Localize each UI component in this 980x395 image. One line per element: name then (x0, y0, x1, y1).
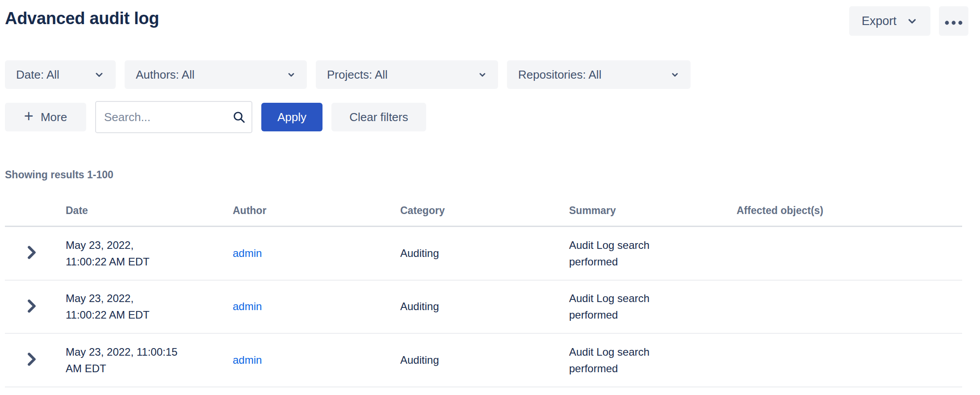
chevron-right-icon (27, 246, 37, 261)
filter-actions-row: + More Apply Clear filters (5, 101, 971, 133)
advanced-audit-log-page: Advanced audit log Export Date: All (0, 0, 980, 387)
chevron-down-icon (478, 70, 487, 79)
category-cell: Auditing (400, 300, 569, 313)
expand-row-button[interactable] (27, 299, 37, 314)
date-filter-dropdown[interactable]: Date: All (5, 60, 116, 89)
date-filter-label: Date: All (16, 68, 59, 82)
author-link[interactable]: admin (233, 300, 262, 312)
chevron-right-icon (27, 353, 37, 367)
ellipsis-icon (945, 14, 963, 28)
summary-cell: Audit Log search performed (569, 344, 737, 377)
chevron-down-icon (94, 69, 105, 80)
expand-row-button[interactable] (27, 353, 37, 367)
authors-filter-dropdown[interactable]: Authors: All (125, 60, 307, 89)
projects-filter-label: Projects: All (327, 68, 388, 82)
apply-button[interactable]: Apply (261, 103, 322, 131)
table-row: May 23, 2022, 11:00:22 AM EDT admin Audi… (5, 281, 962, 334)
expand-row-button[interactable] (27, 246, 37, 261)
chevron-down-icon (906, 15, 918, 27)
more-actions-button[interactable] (939, 6, 968, 36)
results-count: Showing results 1-100 (5, 169, 971, 181)
search-input[interactable] (95, 101, 252, 133)
repositories-filter-label: Repositories: All (518, 68, 601, 82)
plus-icon: + (24, 108, 34, 124)
chevron-down-icon (287, 70, 296, 79)
page-title: Advanced audit log (5, 9, 159, 28)
chevron-right-icon (27, 299, 37, 314)
projects-filter-dropdown[interactable]: Projects: All (316, 60, 498, 89)
column-header-author: Author (233, 201, 400, 226)
date-cell: May 23, 2022, 11:00:15 AM EDT (66, 344, 233, 377)
more-filters-label: More (41, 110, 67, 124)
export-button-label: Export (862, 14, 896, 28)
clear-filters-button[interactable]: Clear filters (331, 103, 426, 131)
audit-log-table: Date Author Category Summary Affected ob… (5, 201, 962, 387)
authors-filter-label: Authors: All (136, 68, 195, 82)
author-link[interactable]: admin (233, 354, 262, 366)
category-cell: Auditing (400, 354, 569, 366)
table-row: May 23, 2022, 11:00:22 AM EDT admin Audi… (5, 227, 962, 281)
page-header: Advanced audit log Export (5, 6, 971, 36)
date-cell: May 23, 2022, 11:00:22 AM EDT (66, 237, 233, 270)
header-actions: Export (849, 6, 968, 36)
expand-cell (5, 353, 66, 367)
table-row: May 23, 2022, 11:00:15 AM EDT admin Audi… (5, 334, 962, 387)
search-field-wrapper (95, 101, 252, 133)
filter-dropdown-row: Date: All Authors: All Projects: All Rep… (5, 60, 971, 89)
repositories-filter-dropdown[interactable]: Repositories: All (507, 60, 691, 89)
summary-cell: Audit Log search performed (569, 290, 737, 323)
chevron-down-icon (670, 70, 679, 79)
summary-cell: Audit Log search performed (569, 237, 737, 270)
more-filters-button[interactable]: + More (5, 103, 86, 131)
table-header-row: Date Author Category Summary Affected ob… (5, 201, 962, 227)
column-header-affected: Affected object(s) (737, 201, 962, 226)
expand-cell (5, 246, 66, 261)
export-button[interactable]: Export (849, 6, 930, 36)
column-header-date: Date (66, 201, 233, 226)
category-cell: Auditing (400, 247, 569, 260)
author-link[interactable]: admin (233, 247, 262, 259)
column-header-category: Category (400, 201, 569, 226)
search-icon (232, 110, 246, 124)
expand-column-header (5, 207, 66, 220)
expand-cell (5, 299, 66, 314)
date-cell: May 23, 2022, 11:00:22 AM EDT (66, 290, 233, 323)
column-header-summary: Summary (569, 201, 737, 226)
